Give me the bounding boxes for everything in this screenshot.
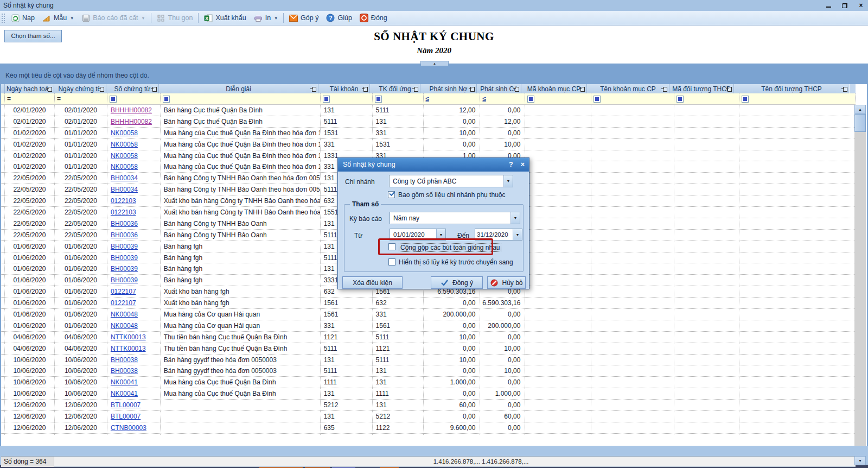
cell-ten-doi-tuong-thcp[interactable] <box>739 230 856 241</box>
cell-ten-doi-tuong-thcp[interactable] <box>739 343 856 354</box>
table-row[interactable]: 01/06/202001/06/2020NK00048Mua hàng của … <box>1 309 856 320</box>
cell-ten-doi-tuong-thcp[interactable] <box>739 252 856 263</box>
pin-icon[interactable] <box>841 86 847 91</box>
close-report-button[interactable]: Đóng <box>356 12 391 24</box>
doc-link[interactable]: 0122107 <box>111 288 136 295</box>
table-row[interactable]: 10/06/202010/06/2020BH00038Bán hàng gyyd… <box>1 365 856 377</box>
table-row[interactable]: 10/06/202010/06/2020NK00041Mua hàng của … <box>1 388 856 400</box>
cell-ma-doi-tuong-thcp[interactable] <box>674 411 739 422</box>
cell-ma-khoan-muc-cp[interactable] <box>525 195 591 206</box>
cell-so-chung-tu[interactable]: NK00041 <box>107 388 161 399</box>
doc-link[interactable]: BH00039 <box>111 254 138 262</box>
column-header-ma-khoan-muc-cp[interactable]: Mã khoản mục CP <box>521 84 587 93</box>
cell-dien-giai[interactable] <box>161 422 321 433</box>
cell-ten-doi-tuong-thcp[interactable] <box>739 128 856 138</box>
cell-ten-khoan-muc-cp[interactable] <box>591 252 674 263</box>
cell-phat-sinh-co[interactable]: 0,00 <box>480 105 525 116</box>
cell-ngay-chung-tu[interactable]: 22/05/2020 <box>55 218 107 229</box>
cell-ma-doi-tuong-thcp[interactable] <box>674 150 739 161</box>
cell-ten-khoan-muc-cp[interactable] <box>591 400 674 410</box>
cell-ma-khoan-muc-cp[interactable] <box>525 411 591 422</box>
cell-ten-doi-tuong-thcp[interactable] <box>739 218 856 229</box>
cell-ten-doi-tuong-thcp[interactable] <box>739 377 856 388</box>
cell-ten-khoan-muc-cp[interactable] <box>591 105 674 116</box>
filter-text-icon[interactable] <box>375 96 382 103</box>
doc-link[interactable]: NK00048 <box>111 311 138 318</box>
cell-ten-khoan-muc-cp[interactable] <box>591 388 674 399</box>
cell-ma-khoan-muc-cp[interactable] <box>525 388 591 399</box>
cell-ma-khoan-muc-cp[interactable] <box>525 343 591 354</box>
cell-ma-khoan-muc-cp[interactable] <box>525 105 591 116</box>
doc-link[interactable]: BH00034 <box>111 174 138 182</box>
cell-so-chung-tu[interactable]: BH00038 <box>107 365 161 376</box>
cell-phat-sinh-co[interactable]: 200.000,00 <box>480 320 525 331</box>
cell-tk-doi-ung[interactable]: 131 <box>373 400 424 410</box>
cell-ma-khoan-muc-cp[interactable] <box>525 309 591 320</box>
cell-ten-doi-tuong-thcp[interactable] <box>739 207 856 218</box>
chevron-down-icon[interactable]: ▼ <box>510 212 520 224</box>
cell-ten-doi-tuong-thcp[interactable] <box>739 195 856 206</box>
cell-so-chung-tu[interactable]: CTNB00003 <box>107 422 161 433</box>
table-row[interactable]: 01/06/202001/06/2020NK00048Mua hàng của … <box>1 320 856 332</box>
cell-dien-giai[interactable]: Bán hàng fgh <box>161 252 321 263</box>
cell-ngay-hach-toan[interactable]: 04/06/2020 <box>5 332 55 343</box>
cell-ten-khoan-muc-cp[interactable] <box>591 230 674 241</box>
cell-tai-khoan[interactable]: 5111 <box>321 116 373 127</box>
cell-ngay-chung-tu[interactable]: 01/06/2020 <box>55 252 107 263</box>
cell-tk-doi-ung[interactable]: 131 <box>373 116 424 127</box>
cell-ma-khoan-muc-cp[interactable] <box>525 263 591 274</box>
cell-dien-giai[interactable] <box>161 411 321 422</box>
cell-so-chung-tu[interactable]: NK00058 <box>107 150 161 161</box>
cell-phat-sinh-no[interactable]: 200.000,00 <box>424 434 481 435</box>
cell-so-chung-tu[interactable]: NK00058 <box>107 161 161 172</box>
cell-ngay-hach-toan[interactable]: 12/06/2020 <box>5 434 55 435</box>
cell-phat-sinh-no[interactable]: 10,00 <box>424 332 481 343</box>
cell-ngay-chung-tu[interactable]: 02/01/2020 <box>55 116 107 127</box>
doc-link[interactable]: BTL00007 <box>111 401 141 409</box>
cell-ten-khoan-muc-cp[interactable] <box>591 218 674 229</box>
doc-link[interactable]: NK00041 <box>111 378 138 386</box>
cell-tai-khoan[interactable]: 5212 <box>321 400 373 410</box>
ok-button[interactable]: Đồng ý <box>431 276 483 289</box>
cell-ma-doi-tuong-thcp[interactable] <box>674 161 739 172</box>
cell-dien-giai[interactable]: Xuất kho bán hàng Công ty TNHH Bảo Oanh … <box>161 195 321 206</box>
column-header-ngay-chung-tu[interactable]: Ngày chứng từ <box>54 84 106 93</box>
cell-ma-khoan-muc-cp[interactable] <box>525 434 591 435</box>
cell-ten-doi-tuong-thcp[interactable] <box>739 309 856 320</box>
cell-ma-doi-tuong-thcp[interactable] <box>674 286 739 297</box>
pin-icon[interactable] <box>46 86 52 91</box>
cell-dien-giai[interactable]: Bán hàng fgh <box>161 275 321 286</box>
table-row[interactable]: 02/01/202002/01/2020BHHHH00082Bán hàng C… <box>1 116 856 128</box>
cell-so-chung-tu[interactable]: BH00039 <box>107 252 161 263</box>
filter-text-icon[interactable] <box>163 96 170 103</box>
table-row[interactable]: 12/06/202012/06/2020BTL0000713152120,006… <box>1 411 856 422</box>
cell-tai-khoan[interactable]: 1531 <box>321 128 373 138</box>
cell-phat-sinh-no[interactable]: 0,00 <box>424 411 481 422</box>
cell-phat-sinh-no[interactable]: 12,00 <box>424 105 481 116</box>
cell-ten-khoan-muc-cp[interactable] <box>591 207 674 218</box>
cell-tai-khoan[interactable]: 131 <box>321 411 373 422</box>
cell-ngay-chung-tu[interactable]: 01/06/2020 <box>55 263 107 274</box>
chevron-down-icon[interactable]: ▼ <box>513 229 522 240</box>
cell-dien-giai[interactable]: Mua hàng của Cục thuế Quận Ba Đình theo … <box>161 139 321 150</box>
doc-link[interactable]: BH00036 <box>111 220 138 227</box>
filter-cell-so-chung-tu[interactable] <box>107 93 161 104</box>
cell-ten-khoan-muc-cp[interactable] <box>591 150 674 161</box>
cell-ma-doi-tuong-thcp[interactable] <box>674 173 739 184</box>
pin-icon[interactable] <box>362 86 368 91</box>
table-row[interactable]: 04/06/202004/06/2020NTTK00013Thu tiền bá… <box>1 332 856 343</box>
cell-dien-giai[interactable]: Bán hàng fgh <box>161 241 321 252</box>
scroll-up-button[interactable]: ▲ <box>854 105 866 114</box>
cell-dien-giai[interactable]: Bán hàng gyydf theo hóa đơn 0050003 <box>161 355 321 365</box>
load-button[interactable]: Nạp <box>7 12 39 24</box>
cell-ten-khoan-muc-cp[interactable] <box>591 139 674 150</box>
cell-ma-doi-tuong-thcp[interactable] <box>674 195 739 206</box>
pin-icon[interactable] <box>726 86 732 91</box>
cell-so-chung-tu[interactable]: BHHHH00082 <box>107 116 161 127</box>
cell-ngay-chung-tu[interactable]: 01/01/2020 <box>55 139 107 150</box>
doc-link[interactable]: 0122103 <box>111 197 136 205</box>
filter-cell-ngay-chung-tu[interactable]: = <box>55 93 107 104</box>
column-header-phat-sinh-no[interactable]: Phát sinh Nợ <box>420 84 477 93</box>
cell-ten-doi-tuong-thcp[interactable] <box>739 365 856 376</box>
filter-cell-ma-doi-tuong-thcp[interactable] <box>674 93 739 104</box>
